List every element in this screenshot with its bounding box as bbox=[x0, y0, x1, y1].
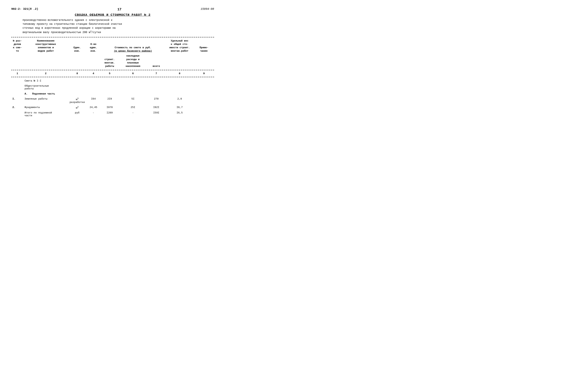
row-3-col6 bbox=[119, 91, 147, 96]
row-1-col5 bbox=[100, 78, 119, 83]
row-2-col6 bbox=[119, 83, 147, 91]
col-header-1: № раз-деловк сме-те bbox=[11, 39, 24, 54]
table-row: Смета № I-I bbox=[11, 78, 214, 83]
row-4-col9 bbox=[194, 96, 214, 105]
row-2-col8 bbox=[165, 83, 194, 91]
col-subheader-4 bbox=[86, 53, 101, 69]
table-row: А. Подземная часть bbox=[11, 91, 214, 96]
colnum-4: 4 bbox=[86, 71, 101, 76]
desc-line-3: сточных вод в аэротенках продленной аэра… bbox=[23, 26, 116, 29]
colnum-7: 7 bbox=[147, 71, 165, 76]
row-5-col3: м3 bbox=[68, 105, 86, 110]
row-5-col9 bbox=[194, 105, 214, 110]
row-5-col5: I070 bbox=[100, 105, 119, 110]
col-subheader-1 bbox=[11, 53, 24, 69]
row-2-col7 bbox=[147, 83, 165, 91]
row-6-col8: I6,5 bbox=[165, 110, 194, 118]
row-6-col4: - bbox=[86, 110, 101, 118]
col-subheader-3 bbox=[68, 53, 86, 69]
table-row: 2. Фундаменты м3 24,45 I070 25I I82I I8,… bbox=[11, 105, 214, 110]
col-header-3: Един.изм. bbox=[68, 39, 86, 54]
row-6-col9 bbox=[194, 110, 214, 118]
main-title: СВОДКА ОБЪЕМОВ И СТОИМОСТИ РАБОТ № 2 bbox=[11, 13, 214, 17]
row-6-col3: руб bbox=[68, 110, 86, 118]
col-header-4: К-воедин.изм. bbox=[86, 39, 101, 54]
col-header-2: Наименованиеконструктивныхэлементов ивид… bbox=[24, 39, 68, 54]
col-header-cost: Стоимость по смете в руб. (в ценах базис… bbox=[100, 39, 165, 54]
row-4-col2: Земляные работы bbox=[24, 96, 68, 105]
top-divider bbox=[11, 37, 214, 37]
row-1-col1 bbox=[11, 78, 24, 83]
row-4-col5: 2I9 bbox=[100, 96, 119, 105]
row-5-col1: 2. bbox=[11, 105, 24, 110]
col-header-8: Удельный веск общей сто-имости строит.мо… bbox=[165, 39, 194, 54]
colnum-3: 8 bbox=[68, 71, 86, 76]
table-row: I. Земляные работы м3разработки I64 2I9 … bbox=[11, 96, 214, 105]
table-row: Общестроительныеработы bbox=[11, 83, 214, 91]
col-header-9: Приме-чание bbox=[194, 39, 214, 54]
row-6-col6: - bbox=[119, 110, 147, 118]
row-2-col3 bbox=[68, 83, 86, 91]
mid-divider-2 bbox=[11, 77, 214, 77]
data-table: Смета № I-I Общестроительныеработы А. По… bbox=[11, 78, 214, 118]
row-1-col9 bbox=[194, 78, 214, 83]
row-6-col5: I289 bbox=[100, 110, 119, 118]
table-row: Итого по подземнойчасти руб - I289 - I59… bbox=[11, 110, 214, 118]
row-3-col8 bbox=[165, 91, 194, 96]
row-1-col3 bbox=[68, 78, 86, 83]
colnum-9: 9 bbox=[194, 71, 214, 76]
row-1-col8 bbox=[165, 78, 194, 83]
row-4-col6: 5I bbox=[119, 96, 147, 105]
col-subheader-7: всего bbox=[147, 53, 165, 69]
desc-line-1: производственно-вспомогательного здания … bbox=[23, 19, 113, 22]
row-4-col3: м3разработки bbox=[68, 96, 86, 105]
desc-line-4: вертикальном валу производительностью 20… bbox=[23, 31, 101, 34]
row-2-col4 bbox=[86, 83, 101, 91]
row-5-col8: I8,7 bbox=[165, 105, 194, 110]
colnum-8: 8 bbox=[165, 71, 194, 76]
row-5-col6: 25I bbox=[119, 105, 147, 110]
row-1-col7 bbox=[147, 78, 165, 83]
col-subheader-8 bbox=[165, 53, 194, 69]
row-1-col6 bbox=[119, 78, 147, 83]
row-4-col8: 2,8 bbox=[165, 96, 194, 105]
col-subheader-6: накладныерасходы иплановыенакопления bbox=[119, 53, 147, 69]
row-3-col9 bbox=[194, 91, 214, 96]
colnum-2: 2 bbox=[24, 71, 68, 76]
row-6-col7: I59I bbox=[147, 110, 165, 118]
main-table: № раз-деловк сме-те Наименованиеконструк… bbox=[11, 39, 214, 69]
doc-subtitle: (Л .2) bbox=[28, 7, 38, 11]
row-5-col7: I82I bbox=[147, 105, 165, 110]
desc-line-2: типовому проекту на строительство станци… bbox=[23, 23, 122, 25]
page-number: 17 bbox=[38, 7, 201, 11]
colnum-5: 5 bbox=[100, 71, 119, 76]
row-3-col7 bbox=[147, 91, 165, 96]
row-5-col4: 24,45 bbox=[86, 105, 101, 110]
col-numbers-table: 1 2 8 4 5 6 7 8 9 bbox=[11, 71, 214, 76]
description-block: производственно-вспомогательного здания … bbox=[23, 18, 214, 34]
row-3-col1 bbox=[11, 91, 24, 96]
row-3-col4 bbox=[86, 91, 101, 96]
row-3-col2: А. Подземная часть bbox=[24, 91, 68, 96]
row-2-col5 bbox=[100, 83, 119, 91]
doc-id: 902-2- 321 bbox=[11, 7, 28, 11]
row-6-col1 bbox=[11, 110, 24, 118]
col-subheader-2 bbox=[24, 53, 68, 69]
row-2-col2: Общестроительныеработы bbox=[24, 83, 68, 91]
colnum-6: 6 bbox=[119, 71, 147, 76]
row-3-col5 bbox=[100, 91, 119, 96]
row-2-col9 bbox=[194, 83, 214, 91]
row-4-col4: I64 bbox=[86, 96, 101, 105]
col-subheader-5: строит.монтаж.работы bbox=[100, 53, 119, 69]
row-1-col2: Смета № I-I bbox=[24, 78, 68, 83]
row-1-col4 bbox=[86, 78, 101, 83]
row-5-col2: Фундаменты bbox=[24, 105, 68, 110]
row-3-col3 bbox=[68, 91, 86, 96]
mid-divider-1 bbox=[11, 70, 214, 70]
row-2-col1 bbox=[11, 83, 24, 91]
colnum-1: 1 bbox=[11, 71, 24, 76]
col-subheader-9 bbox=[194, 53, 214, 69]
row-4-col7: 270 bbox=[147, 96, 165, 105]
row-4-col1: I. bbox=[11, 96, 24, 105]
row-6-col2: Итого по подземнойчасти bbox=[24, 110, 68, 118]
